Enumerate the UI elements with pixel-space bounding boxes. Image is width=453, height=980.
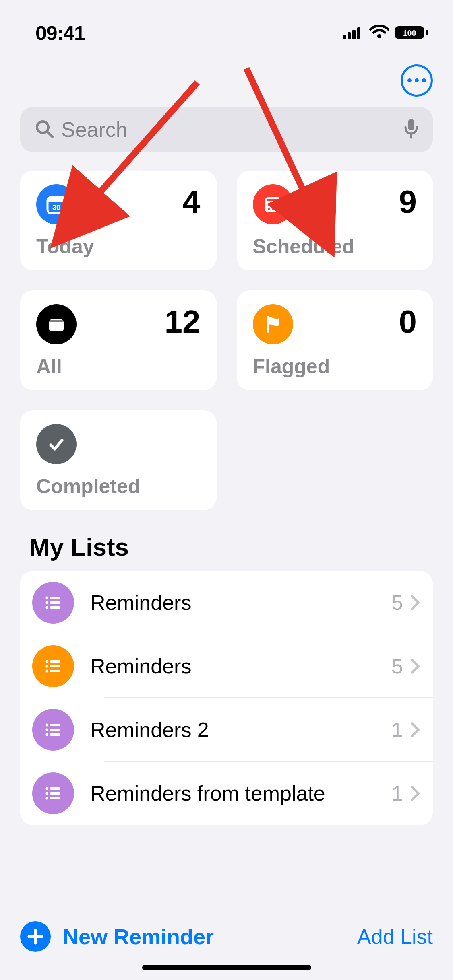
list-icon <box>32 709 74 751</box>
list-name: Reminders <box>90 654 391 678</box>
search-input[interactable] <box>61 117 397 142</box>
all-label: All <box>36 355 201 378</box>
search-icon <box>35 119 54 140</box>
smart-list-today[interactable]: 30 4 Today <box>20 171 217 270</box>
my-lists-header: My Lists <box>0 510 453 571</box>
svg-rect-43 <box>50 792 60 795</box>
scheduled-icon <box>253 184 293 224</box>
svg-point-42 <box>46 792 48 795</box>
svg-line-7 <box>47 132 52 137</box>
list-row[interactable]: Reminders5 <box>20 571 433 634</box>
svg-point-36 <box>46 729 48 731</box>
search-field[interactable] <box>20 107 433 152</box>
list-count: 5 <box>391 654 403 678</box>
svg-rect-5 <box>426 30 428 35</box>
list-count: 1 <box>391 781 403 805</box>
add-list-button[interactable]: Add List <box>357 924 433 949</box>
list-row[interactable]: Reminders 21 <box>20 698 433 762</box>
list-name: Reminders <box>90 591 391 615</box>
svg-point-17 <box>272 204 274 206</box>
more-button[interactable] <box>401 64 433 97</box>
svg-rect-23 <box>50 597 60 599</box>
svg-rect-15 <box>267 199 279 201</box>
svg-rect-35 <box>50 724 60 726</box>
svg-rect-27 <box>50 606 60 609</box>
svg-point-34 <box>46 724 48 727</box>
toolbar: New Reminder Add List <box>0 921 453 952</box>
list-name: Reminders 2 <box>90 718 391 742</box>
status-bar: 09:41 100 <box>0 0 453 52</box>
more-dot-icon <box>422 78 426 82</box>
smart-list-completed[interactable]: Completed <box>20 410 217 510</box>
my-lists: Reminders5Reminders5Reminders 21Reminder… <box>20 571 433 825</box>
all-count: 12 <box>165 304 201 338</box>
completed-icon <box>36 424 77 464</box>
svg-rect-37 <box>50 729 60 731</box>
list-row[interactable]: Reminders5 <box>20 634 433 698</box>
svg-rect-41 <box>50 787 60 790</box>
svg-rect-33 <box>50 670 60 672</box>
list-row[interactable]: Reminders from template1 <box>20 762 433 825</box>
svg-point-20 <box>272 208 274 210</box>
svg-rect-8 <box>408 119 414 130</box>
completed-label: Completed <box>36 475 201 498</box>
svg-rect-0 <box>343 35 346 39</box>
battery-level-text: 100 <box>403 28 416 38</box>
flagged-count: 0 <box>399 304 417 338</box>
home-indicator[interactable] <box>142 965 311 970</box>
svg-rect-1 <box>348 32 351 39</box>
svg-point-32 <box>46 670 48 673</box>
svg-rect-45 <box>50 797 60 799</box>
smart-list-all[interactable]: 12 All <box>20 290 217 390</box>
flagged-label: Flagged <box>253 355 417 378</box>
chevron-right-icon <box>410 721 421 739</box>
list-icon <box>32 582 74 624</box>
chevron-right-icon <box>410 594 421 611</box>
svg-point-26 <box>46 606 48 609</box>
list-count: 1 <box>391 718 403 742</box>
svg-point-18 <box>276 204 278 206</box>
wifi-icon <box>369 25 389 41</box>
status-time: 09:41 <box>35 22 85 45</box>
list-icon <box>32 772 74 814</box>
svg-rect-11 <box>48 197 65 202</box>
list-icon <box>32 645 74 687</box>
today-icon: 30 <box>36 184 77 224</box>
svg-point-24 <box>46 601 48 604</box>
status-indicators: 100 <box>343 25 429 42</box>
more-dot-icon <box>407 78 412 82</box>
list-count: 5 <box>391 591 403 615</box>
microphone-icon[interactable] <box>404 118 418 141</box>
plus-icon <box>20 921 51 952</box>
svg-point-21 <box>276 208 278 210</box>
chevron-right-icon <box>410 784 421 802</box>
svg-text:30: 30 <box>52 204 60 212</box>
svg-point-19 <box>268 208 270 210</box>
new-reminder-label: New Reminder <box>63 924 214 949</box>
svg-rect-29 <box>50 660 60 663</box>
list-name: Reminders from template <box>90 781 391 805</box>
scheduled-label: Scheduled <box>253 235 417 258</box>
svg-rect-25 <box>50 601 60 604</box>
scheduled-count: 9 <box>399 184 417 218</box>
svg-rect-3 <box>357 27 360 39</box>
svg-rect-39 <box>50 733 60 736</box>
svg-point-28 <box>46 660 48 663</box>
battery-icon: 100 <box>394 25 429 42</box>
svg-point-30 <box>46 665 48 668</box>
svg-point-40 <box>46 787 48 790</box>
svg-point-44 <box>46 797 48 800</box>
new-reminder-button[interactable]: New Reminder <box>20 921 214 952</box>
svg-point-22 <box>46 597 48 599</box>
all-icon <box>36 304 77 344</box>
svg-rect-31 <box>50 665 60 667</box>
smart-list-flagged[interactable]: 0 Flagged <box>237 290 433 390</box>
svg-point-16 <box>268 204 270 206</box>
today-label: Today <box>36 235 201 258</box>
more-dot-icon <box>415 78 419 82</box>
smart-list-scheduled[interactable]: 9 Scheduled <box>237 171 433 270</box>
chevron-right-icon <box>410 657 421 675</box>
svg-point-38 <box>46 733 48 736</box>
flagged-icon <box>253 304 293 344</box>
cellular-icon <box>343 26 364 41</box>
